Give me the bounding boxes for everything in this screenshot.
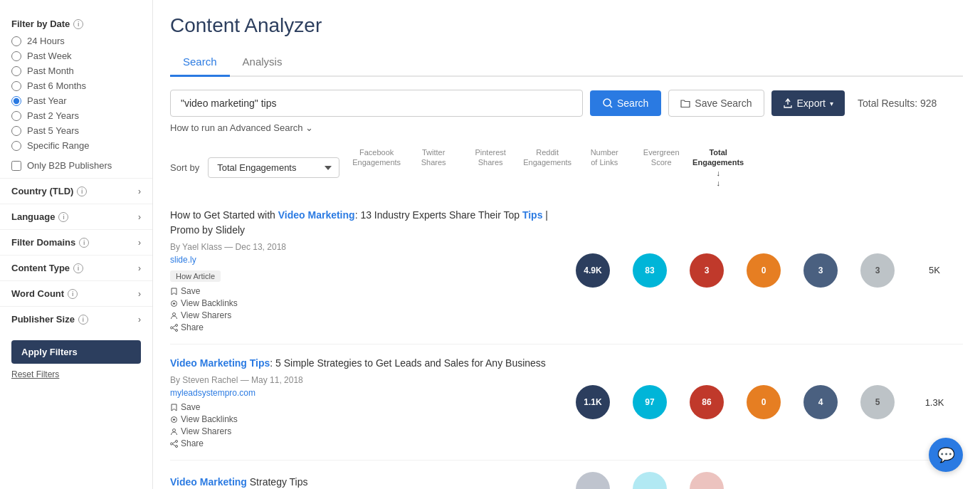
metric-tw-1: 83 — [621, 253, 678, 288]
links-circle-2: 4 — [804, 385, 838, 419]
publisher-size-label: Publisher Size i — [11, 314, 88, 325]
result-title-3: Video Marketing Strategy Tips — [170, 475, 553, 489]
word-count-filter[interactable]: Word Count i › — [0, 280, 152, 306]
result-title-link2-1[interactable]: Tips — [522, 209, 543, 221]
metric-pi-1: 3 — [678, 253, 735, 288]
radio-24h[interactable]: 24 Hours — [11, 33, 141, 48]
filter-domains-info-icon[interactable]: i — [79, 238, 89, 248]
facebook-circle-2: 1.1K — [576, 385, 610, 419]
share-action-1[interactable]: Share — [170, 322, 553, 332]
content-type-label: Content Type i — [11, 263, 83, 273]
search-button[interactable]: Search — [590, 90, 661, 116]
total-value-1: 5K — [929, 265, 940, 275]
filter-domains-label: Filter Domains i — [11, 237, 89, 248]
result-actions-1: Save View Backlinks View Sharers Share — [170, 286, 553, 332]
metric-re-1: 0 — [735, 253, 792, 288]
language-info-icon[interactable]: i — [58, 212, 68, 222]
b2b-checkbox[interactable] — [11, 161, 21, 171]
result-meta-1: By Yael Klass — Dec 13, 2018 — [170, 242, 553, 252]
radio-past-week[interactable]: Past Week — [11, 48, 141, 63]
svg-line-8 — [173, 328, 176, 330]
view-sharers-2[interactable]: View Sharers — [170, 426, 553, 436]
svg-point-10 — [173, 428, 176, 431]
radio-past-year[interactable]: Past Year — [11, 93, 141, 108]
metric-fb-3 — [564, 472, 621, 489]
result-title-link-1[interactable]: Video Marketing — [278, 209, 355, 221]
b2b-checkbox-item[interactable]: Only B2B Publishers — [0, 153, 152, 178]
col-twitter: TwitterShares — [405, 147, 462, 188]
radio-specific-range[interactable]: Specific Range — [11, 138, 141, 153]
tab-search[interactable]: Search — [170, 50, 230, 77]
filter-date-info-icon[interactable]: i — [73, 19, 83, 29]
person-icon — [170, 312, 178, 320]
result-title-link-2[interactable]: Video Marketing Tips — [170, 357, 270, 369]
language-filter[interactable]: Language i › — [0, 204, 152, 229]
view-sharers-1[interactable]: View Sharers — [170, 310, 553, 320]
filter-domains-filter[interactable]: Filter Domains i › — [0, 229, 152, 255]
metric-ev-2: 5 — [849, 385, 906, 419]
result-domain-2[interactable]: myleadsystempro.com — [170, 388, 553, 398]
result-info-2: Video Marketing Tips: 5 Simple Strategie… — [170, 356, 564, 448]
evergreen-circle-1: 3 — [860, 253, 895, 288]
twitter-circle-1: 83 — [633, 253, 667, 288]
search-input-wrap — [170, 90, 583, 117]
metric-fb-2: 1.1K — [564, 385, 621, 419]
result-tag-1: How Article — [170, 270, 221, 282]
search-icon — [603, 98, 613, 108]
total-results: Total Results: 928 — [858, 98, 937, 109]
reset-filters-link[interactable]: Reset Filters — [0, 367, 152, 382]
svg-line-7 — [173, 325, 176, 327]
view-backlinks-2[interactable]: View Backlinks — [170, 414, 553, 424]
sort-select[interactable]: Total Engagements Facebook Engagements T… — [208, 157, 339, 178]
folder-icon — [680, 98, 690, 108]
country-filter[interactable]: Country (TLD) i › — [0, 178, 152, 204]
result-meta-2: By Steven Rachel — May 11, 2018 — [170, 375, 553, 385]
radio-past-2years[interactable]: Past 2 Years — [11, 108, 141, 123]
reddit-circle-1: 0 — [747, 253, 781, 288]
save-action-2[interactable]: Save — [170, 402, 553, 412]
result-info-3: Video Marketing Strategy Tips Save — [170, 475, 564, 489]
publisher-size-info-icon[interactable]: i — [78, 315, 88, 325]
metric-total-1: 5K — [906, 265, 963, 275]
person-icon-2 — [170, 428, 178, 436]
chat-widget[interactable]: 💬 — [929, 438, 963, 472]
chat-icon: 💬 — [937, 446, 955, 463]
radio-past-month[interactable]: Past Month — [11, 63, 141, 78]
export-button[interactable]: Export ▾ — [771, 90, 845, 116]
language-chevron-icon: › — [138, 212, 141, 222]
svg-point-4 — [176, 324, 178, 326]
result-title-link-3[interactable]: Video Marketing — [170, 476, 247, 488]
tab-analysis[interactable]: Analysis — [230, 50, 295, 77]
radio-past-week-label: Past Week — [27, 51, 72, 61]
chevron-down-icon: ⌄ — [305, 122, 313, 133]
radio-past-6months[interactable]: Past 6 Months — [11, 78, 141, 93]
radio-specific-range-label: Specific Range — [27, 140, 89, 151]
share-action-2[interactable]: Share — [170, 438, 553, 448]
advanced-search-link[interactable]: How to run an Advanced Search ⌄ — [170, 122, 963, 133]
svg-point-11 — [176, 440, 178, 442]
radio-past-6months-label: Past 6 Months — [27, 80, 86, 91]
svg-line-15 — [173, 444, 176, 446]
view-backlinks-1[interactable]: View Backlinks — [170, 298, 553, 308]
facebook-circle-1: 4.9K — [576, 253, 610, 288]
result-domain-1[interactable]: slide.ly — [170, 255, 553, 265]
content-type-info-icon[interactable]: i — [73, 263, 83, 273]
content-type-filter[interactable]: Content Type i › — [0, 255, 152, 280]
sort-row: Sort by Total Engagements Facebook Engag… — [170, 147, 963, 188]
search-input[interactable] — [170, 90, 583, 117]
svg-point-3 — [173, 312, 176, 315]
save-search-button[interactable]: Save Search — [668, 90, 764, 117]
pinterest-circle-2: 86 — [690, 385, 724, 419]
result-row: How to Get Started with Video Marketing:… — [170, 196, 963, 345]
save-action-1[interactable]: Save — [170, 286, 553, 296]
metric-tw-3 — [621, 472, 678, 489]
country-info-icon[interactable]: i — [77, 186, 87, 196]
col-pinterest: PinterestShares — [462, 147, 519, 188]
radio-past-5years[interactable]: Past 5 Years — [11, 123, 141, 138]
svg-point-0 — [604, 99, 611, 106]
result-actions-2: Save View Backlinks View Sharers Share — [170, 402, 553, 448]
metric-li-2: 4 — [792, 385, 849, 419]
apply-filters-button[interactable]: Apply Filters — [11, 340, 141, 364]
publisher-size-filter[interactable]: Publisher Size i › — [0, 306, 152, 332]
word-count-info-icon[interactable]: i — [68, 289, 78, 299]
